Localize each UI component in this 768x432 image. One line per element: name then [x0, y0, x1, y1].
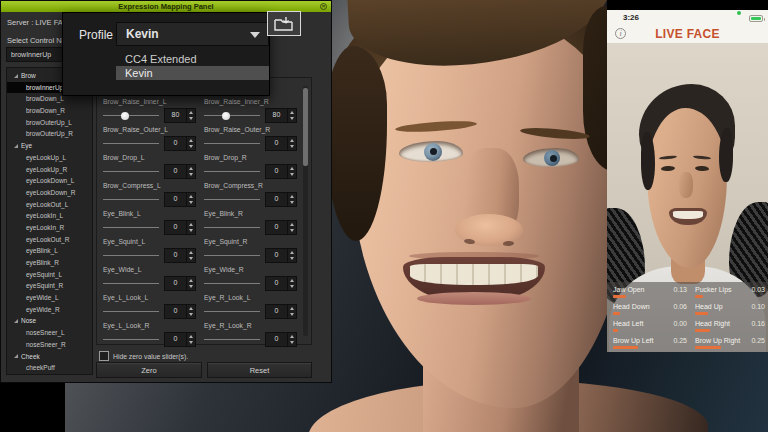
tree-item-eyeLookOut_L[interactable]: eyeLookOut_L — [7, 199, 92, 211]
slider-handle[interactable] — [222, 112, 230, 120]
tree-group-eye[interactable]: Eye — [7, 140, 92, 152]
slider-track[interactable] — [103, 115, 159, 116]
spin-down-icon[interactable] — [187, 340, 195, 347]
profile-option-cc4-extended[interactable]: CC4 Extended — [116, 52, 269, 66]
value-spinbox[interactable]: 0 — [164, 304, 196, 319]
zero-button[interactable]: Zero — [96, 362, 202, 378]
slider-track[interactable] — [204, 255, 260, 256]
metric-row: Brow Up Right0.25 — [695, 337, 765, 352]
tree-item-eyeBlink_L[interactable]: eyeBlink_L — [7, 245, 92, 257]
spin-down-icon[interactable] — [187, 256, 195, 263]
scrollbar-thumb[interactable] — [303, 88, 308, 166]
value-spinbox[interactable]: 0 — [164, 192, 196, 207]
slider-track[interactable] — [103, 199, 159, 200]
tree-item-eyeLookUp_L[interactable]: eyeLookUp_L — [7, 152, 92, 164]
spin-down-icon[interactable] — [288, 200, 296, 207]
close-icon[interactable]: × — [320, 3, 327, 10]
spin-value: 0 — [266, 221, 287, 234]
value-spinbox[interactable]: 0 — [164, 248, 196, 263]
slider-track[interactable] — [204, 115, 260, 116]
value-spinbox[interactable]: 80 — [265, 108, 297, 123]
tree-item-eyeLookIn_R[interactable]: eyeLookIn_R — [7, 222, 92, 234]
spin-down-icon[interactable] — [288, 284, 296, 291]
value-spinbox[interactable]: 0 — [265, 276, 297, 291]
spin-down-icon[interactable] — [288, 116, 296, 123]
slider-track[interactable] — [204, 199, 260, 200]
slider-Brow_Raise_Outer_R: Brow_Raise_Outer_R0 — [204, 126, 297, 154]
tree-item-eyeLookUp_R[interactable]: eyeLookUp_R — [7, 164, 92, 176]
value-spinbox[interactable]: 0 — [265, 332, 297, 347]
reset-button[interactable]: Reset — [207, 362, 312, 378]
tree-item-browDown_R[interactable]: browDown_R — [7, 105, 92, 117]
tree-item-eyeSquint_L[interactable]: eyeSquint_L — [7, 269, 92, 281]
value-spinbox[interactable]: 0 — [265, 164, 297, 179]
tree-item-noseSneer_R[interactable]: noseSneer_R — [7, 339, 92, 351]
slider-track[interactable] — [204, 311, 260, 312]
slider-track[interactable] — [103, 339, 159, 340]
value-spinbox[interactable]: 0 — [164, 220, 196, 235]
tree-group-nose[interactable]: Nose — [7, 315, 92, 327]
tree-item-eyeLookIn_L[interactable]: eyeLookIn_L — [7, 210, 92, 222]
spin-value: 0 — [266, 193, 287, 206]
profile-combobox[interactable]: Kevin — [116, 22, 269, 46]
spin-down-icon[interactable] — [288, 256, 296, 263]
slider-track[interactable] — [204, 143, 260, 144]
tree-item-browOuterUp_L[interactable]: browOuterUp_L — [7, 117, 92, 129]
tree-group-cheek[interactable]: Cheek — [7, 351, 92, 363]
spin-down-icon[interactable] — [187, 284, 195, 291]
slider-track[interactable] — [204, 227, 260, 228]
value-spinbox[interactable]: 0 — [265, 304, 297, 319]
slider-track[interactable] — [103, 227, 159, 228]
slider-handle[interactable] — [121, 112, 129, 120]
phone-notch — [607, 0, 768, 10]
spin-down-icon[interactable] — [187, 228, 195, 235]
tree-item-cheekPuff[interactable]: cheekPuff — [7, 362, 92, 374]
slider-track[interactable] — [103, 311, 159, 312]
slider-track[interactable] — [204, 339, 260, 340]
value-spinbox[interactable]: 80 — [164, 108, 196, 123]
value-spinbox[interactable]: 0 — [265, 248, 297, 263]
value-spinbox[interactable]: 0 — [164, 276, 196, 291]
spin-down-icon[interactable] — [288, 172, 296, 179]
tree-item-eyeLookDown_R[interactable]: eyeLookDown_R — [7, 187, 92, 199]
value-spinbox[interactable]: 0 — [265, 192, 297, 207]
tree-item-eyeWide_R[interactable]: eyeWide_R — [7, 304, 92, 316]
tree-item-browOuterUp_R[interactable]: browOuterUp_R — [7, 128, 92, 140]
spin-down-icon[interactable] — [187, 200, 195, 207]
spin-down-icon[interactable] — [288, 340, 296, 347]
slider-track[interactable] — [103, 171, 159, 172]
tree-item-eyeLookOut_R[interactable]: eyeLookOut_R — [7, 234, 92, 246]
scrollbar[interactable] — [303, 86, 308, 336]
slider-track[interactable] — [103, 283, 159, 284]
camera-view: Jaw Open0.13Head Down0.06Head Left0.00Br… — [607, 44, 768, 352]
tree-item-eyeBlink_R[interactable]: eyeBlink_R — [7, 257, 92, 269]
spin-down-icon[interactable] — [187, 172, 195, 179]
value-spinbox[interactable]: 0 — [265, 220, 297, 235]
slider-track[interactable] — [103, 143, 159, 144]
tree-item-noseSneer_L[interactable]: noseSneer_L — [7, 327, 92, 339]
status-time: 3:26 — [623, 13, 639, 22]
slider-track[interactable] — [204, 283, 260, 284]
value-spinbox[interactable]: 0 — [164, 136, 196, 151]
spin-down-icon[interactable] — [288, 312, 296, 319]
metric-value: 0.06 — [673, 303, 687, 310]
window-title: Expression Mapping Panel — [118, 2, 213, 11]
tree-item-eyeSquint_R[interactable]: eyeSquint_R — [7, 280, 92, 292]
spin-down-icon[interactable] — [288, 228, 296, 235]
tree-item-eyeWide_L[interactable]: eyeWide_L — [7, 292, 92, 304]
value-spinbox[interactable]: 0 — [164, 164, 196, 179]
hide-zero-checkbox[interactable] — [99, 351, 109, 361]
value-spinbox[interactable]: 0 — [265, 136, 297, 151]
spin-down-icon[interactable] — [288, 144, 296, 151]
value-spinbox[interactable]: 0 — [164, 332, 196, 347]
slider-track[interactable] — [204, 171, 260, 172]
tree-item-eyeLookDown_L[interactable]: eyeLookDown_L — [7, 175, 92, 187]
spin-down-icon[interactable] — [187, 116, 195, 123]
slider-track[interactable] — [103, 255, 159, 256]
spin-down-icon[interactable] — [187, 312, 195, 319]
profile-option-kevin[interactable]: Kevin — [116, 66, 269, 80]
spin-value: 0 — [266, 305, 287, 318]
slider-Eye_L_Look_L: Eye_L_Look_L0 — [103, 294, 196, 322]
folder-import-icon[interactable] — [267, 11, 301, 36]
spin-down-icon[interactable] — [187, 144, 195, 151]
